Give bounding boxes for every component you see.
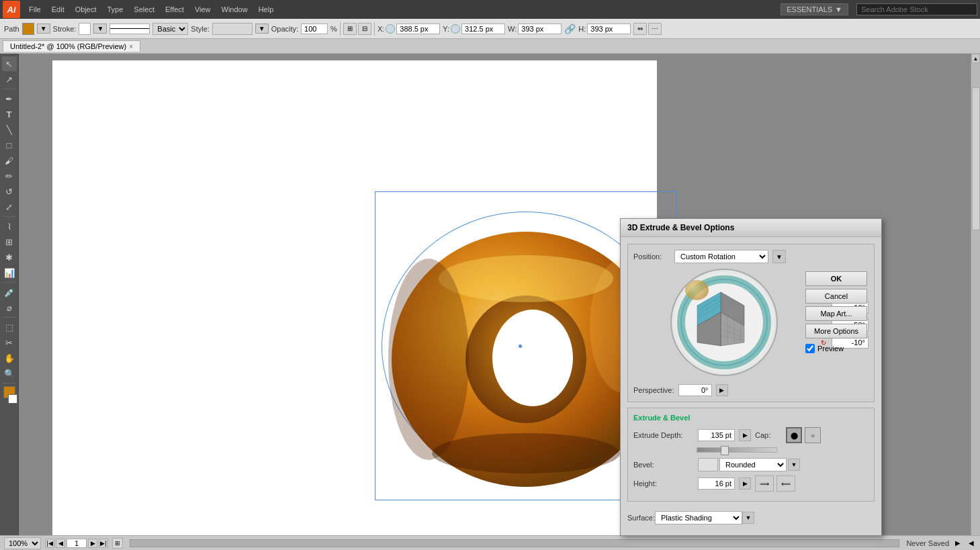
prev-page-btn[interactable]: ◀: [56, 539, 65, 548]
essentials-button[interactable]: ESSENTIALS ▼: [781, 3, 848, 15]
link-chain-icon[interactable]: 🔗: [564, 24, 576, 34]
surface-dropdown-arrow[interactable]: ▼: [742, 512, 754, 524]
menu-window[interactable]: Window: [217, 4, 253, 15]
height-arrow[interactable]: ▶: [739, 477, 751, 490]
menu-effect[interactable]: Effect: [161, 4, 189, 15]
next-page-btn[interactable]: ▶: [88, 539, 97, 548]
ok-button[interactable]: OK: [805, 271, 867, 286]
blend-tool[interactable]: ⌀: [2, 300, 17, 315]
hand-tool[interactable]: ✋: [2, 351, 17, 365]
stroke-color-swatch[interactable]: [79, 23, 91, 35]
tab-close-button[interactable]: ×: [129, 43, 133, 50]
opacity-input[interactable]: [301, 24, 328, 34]
stroke-indicator[interactable]: [8, 394, 17, 404]
extrude-depth-input[interactable]: [698, 429, 735, 441]
position-dropdown-arrow[interactable]: ▼: [772, 250, 786, 263]
scroll-thumb[interactable]: [972, 87, 980, 230]
bevel-dropdown-arrow[interactable]: ▼: [788, 459, 800, 471]
last-page-btn[interactable]: ▶|: [99, 539, 108, 548]
surface-select[interactable]: Plastic Shading Diffuse Shading No Shadi…: [655, 511, 742, 524]
stroke-options-btn[interactable]: ▼: [93, 24, 107, 34]
height-input[interactable]: [698, 477, 735, 490]
search-input[interactable]: [856, 3, 977, 15]
constrain-btn[interactable]: ⇔: [633, 23, 647, 35]
artboards-btn[interactable]: ⊞: [112, 538, 123, 549]
perspective-input[interactable]: [678, 384, 712, 396]
menu-object[interactable]: Object: [71, 4, 101, 15]
line-tool[interactable]: ╲: [2, 122, 17, 137]
first-page-btn[interactable]: |◀: [45, 539, 54, 548]
document-tab[interactable]: Untitled-2* @ 100% (RGB/Preview) ×: [3, 40, 140, 52]
menu-file[interactable]: File: [24, 4, 46, 15]
y-icon: [451, 24, 460, 34]
eyedropper-tool[interactable]: 💉: [2, 285, 17, 300]
artboard-tool[interactable]: ⬚: [2, 320, 17, 334]
menu-edit[interactable]: Edit: [47, 4, 69, 15]
h-input[interactable]: [587, 24, 631, 34]
fill-options-btn[interactable]: ▼: [37, 24, 50, 34]
rectangle-tool[interactable]: □: [2, 138, 17, 152]
symbol-tool[interactable]: ✱: [2, 250, 17, 265]
y-input[interactable]: [461, 24, 505, 34]
position-select[interactable]: Custom Rotation: [674, 250, 768, 263]
zoom-tool[interactable]: 🔍: [2, 366, 17, 381]
paintbrush-tool[interactable]: 🖌: [2, 153, 17, 168]
fill-color-swatch[interactable]: [22, 23, 34, 35]
slice-tool[interactable]: ✂: [2, 335, 17, 350]
rotation-wheel[interactable]: [670, 269, 778, 376]
x-input[interactable]: [396, 24, 440, 34]
x-icon: [386, 24, 395, 34]
horizontal-scrollbar[interactable]: [130, 539, 899, 547]
rotate-tool[interactable]: ↺: [2, 184, 17, 199]
scroll-up-btn[interactable]: ▲: [971, 54, 980, 63]
fold-btn[interactable]: ◀: [967, 539, 976, 548]
graph-tool[interactable]: 📊: [2, 265, 17, 280]
w-input[interactable]: [518, 24, 562, 34]
cap-hollow-icon[interactable]: ○: [805, 427, 821, 443]
extrude-depth-arrow[interactable]: ▶: [739, 429, 751, 441]
style-options-btn[interactable]: ▼: [255, 24, 269, 34]
tool-separator-5: [3, 383, 16, 383]
height-out-btn[interactable]: ⟸: [776, 475, 795, 492]
dialog-title-text: 3D Extrude & Bevel Options: [627, 223, 734, 232]
selection-tool[interactable]: ↖: [2, 56, 17, 71]
depth-slider-track[interactable]: [697, 447, 777, 453]
map-art-button[interactable]: Map Art...: [805, 306, 867, 321]
cancel-button[interactable]: Cancel: [805, 289, 867, 304]
divider-2: [374, 22, 375, 36]
warp-tool[interactable]: ⌇: [2, 219, 17, 234]
page-input[interactable]: [66, 539, 87, 548]
direct-selection-tool[interactable]: ↗: [2, 72, 17, 87]
tool-separator-2: [3, 216, 16, 217]
surface-row: Surface: Plastic Shading Diffuse Shading…: [627, 507, 875, 529]
vertical-scrollbar[interactable]: ▲ ▼: [971, 54, 980, 550]
scroll-track[interactable]: [971, 63, 980, 541]
free-transform-tool[interactable]: ⊞: [2, 234, 17, 249]
coord-h-group: H:: [578, 24, 631, 34]
bevel-select[interactable]: Rounded None Classic: [719, 458, 787, 471]
cap-solid-icon[interactable]: ⬤: [786, 427, 802, 443]
menu-view[interactable]: View: [190, 4, 216, 15]
menu-type[interactable]: Type: [103, 4, 128, 15]
more-options-button[interactable]: More Options: [805, 324, 867, 338]
scale-tool[interactable]: ⤢: [2, 199, 17, 214]
transform-btn[interactable]: ⊞: [343, 23, 357, 35]
more-btn[interactable]: ⋯: [648, 23, 662, 35]
stroke-label: Stroke:: [53, 25, 77, 33]
type-tool[interactable]: T: [2, 107, 17, 122]
zoom-select[interactable]: 100% 50% 200%: [4, 537, 41, 549]
menu-help[interactable]: Help: [254, 4, 279, 15]
style-preview[interactable]: [212, 23, 253, 35]
play-btn[interactable]: ▶: [953, 539, 963, 548]
opacity-unit: %: [330, 25, 337, 33]
align-btn[interactable]: ⊟: [358, 23, 371, 35]
preview-checkbox[interactable]: [805, 344, 815, 353]
stroke-style-select[interactable]: Basic: [152, 23, 188, 35]
app-icon: Ai: [3, 1, 20, 18]
pen-tool[interactable]: ✒: [2, 91, 17, 106]
perspective-arrow-btn[interactable]: ▶: [716, 384, 728, 396]
pencil-tool[interactable]: ✏: [2, 169, 17, 183]
depth-slider-thumb[interactable]: [721, 446, 729, 455]
height-in-btn[interactable]: ⟹: [755, 475, 774, 492]
menu-select[interactable]: Select: [129, 4, 159, 15]
